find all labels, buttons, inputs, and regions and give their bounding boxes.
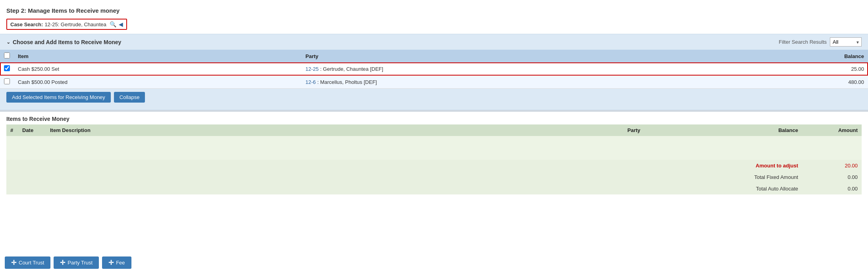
row-checkbox[interactable] <box>4 65 10 71</box>
col-amount-header: Amount <box>802 124 862 136</box>
case-search-label: Case Search: <box>10 21 43 27</box>
party-trust-label: Party Trust <box>68 260 93 266</box>
table-row: Cash $250.00 Set 12-25 : Gertrude, Chaun… <box>0 62 868 76</box>
fee-label: Fee <box>116 260 125 266</box>
total-fixed-label: Total Fixed Amount <box>6 171 802 183</box>
party-name: Marcellus, Pholtus [DEF] <box>320 79 377 85</box>
case-search-value: 12-25: Gertrude, Chauntea <box>44 21 106 27</box>
court-trust-label: Court Trust <box>19 260 44 266</box>
row-party: 12-25 : Gertrude, Chauntea [DEF] <box>301 62 729 76</box>
col-header-balance: Balance <box>729 50 868 62</box>
row-balance: 25.00 <box>729 62 868 76</box>
select-all-checkbox[interactable] <box>4 52 10 58</box>
row-checkbox-cell[interactable] <box>0 62 14 76</box>
col-balance-header: Balance <box>743 124 802 136</box>
row-checkbox[interactable] <box>4 78 10 84</box>
receive-section: Items to Receive Money # Date Item Descr… <box>0 112 868 194</box>
col-party-header: Party <box>623 124 743 136</box>
choose-header-left: ⌄ Choose and Add Items to Receive Money <box>6 39 121 45</box>
choose-add-section: ⌄ Choose and Add Items to Receive Money … <box>0 34 868 110</box>
fee-plus-icon: ✛ <box>108 259 114 266</box>
clear-icon[interactable]: ◀ <box>119 21 123 27</box>
total-fixed-value: 0.00 <box>802 171 862 183</box>
row-item-name: Cash $250.00 Set <box>14 62 301 76</box>
col-header-checkbox <box>0 50 14 62</box>
items-table: Item Party Balance Cash $250.00 Set 12-2… <box>0 50 868 89</box>
row-balance: 480.00 <box>729 76 868 89</box>
filter-select-wrapper: All Active Inactive <box>830 37 862 47</box>
step-title: Step 2: Manage Items to Receive money <box>0 4 868 16</box>
choose-header: ⌄ Choose and Add Items to Receive Money … <box>0 34 868 50</box>
party-case-link[interactable]: 12-6 <box>305 79 316 85</box>
row-checkbox-cell[interactable] <box>0 76 14 89</box>
filter-label: Filter Search Results <box>779 39 827 45</box>
col-date-header: Date <box>18 124 46 136</box>
row-item-name: Cash $500.00 Posted <box>14 76 301 89</box>
fee-button[interactable]: ✛ Fee <box>102 256 131 269</box>
col-description-header: Item Description <box>46 124 623 136</box>
search-icon[interactable]: 🔍 <box>110 21 116 27</box>
receive-title: Items to Receive Money <box>6 116 862 122</box>
amount-to-adjust-value: 20.00 <box>802 160 862 171</box>
receive-table-header: # Date Item Description Party Balance Am… <box>6 124 862 136</box>
summary-auto-row: Total Auto Allocate 0.00 <box>6 183 862 194</box>
party-trust-plus-icon: ✛ <box>60 259 65 266</box>
choose-section-title: Choose and Add Items to Receive Money <box>13 39 121 45</box>
collapse-button[interactable]: Collapse <box>114 92 145 103</box>
col-header-party: Party <box>301 50 729 62</box>
summary-fixed-row: Total Fixed Amount 0.00 <box>6 171 862 183</box>
action-buttons-row: Add Selected Items for Receiving Money C… <box>0 89 868 106</box>
party-name: Gertrude, Chauntea [DEF] <box>323 66 383 72</box>
summary-adjust-row: Amount to adjust 20.00 <box>6 160 862 171</box>
amount-to-adjust-label: Amount to adjust <box>6 160 802 171</box>
filter-area: Filter Search Results All Active Inactiv… <box>779 37 862 47</box>
case-search-bar: Case Search: 12-25: Gertrude, Chauntea 🔍… <box>6 19 127 30</box>
row-party: 12-6 : Marcellus, Pholtus [DEF] <box>301 76 729 89</box>
items-table-header-row: Item Party Balance <box>0 50 868 62</box>
court-trust-plus-icon: ✛ <box>11 259 16 266</box>
total-auto-label: Total Auto Allocate <box>6 183 802 194</box>
col-header-item: Item <box>14 50 301 62</box>
party-trust-button[interactable]: ✛ Party Trust <box>54 256 99 269</box>
total-auto-value: 0.00 <box>802 183 862 194</box>
chevron-down-icon[interactable]: ⌄ <box>6 39 10 45</box>
receive-empty-row <box>6 136 862 160</box>
court-trust-button[interactable]: ✛ Court Trust <box>5 256 50 269</box>
col-num-header: # <box>6 124 18 136</box>
party-case-link[interactable]: 12-25 <box>305 66 318 72</box>
table-row: Cash $500.00 Posted 12-6 : Marcellus, Ph… <box>0 76 868 89</box>
receive-table: # Date Item Description Party Balance Am… <box>6 124 862 194</box>
bottom-trust-bar: ✛ Court Trust ✛ Party Trust ✛ Fee <box>0 253 139 272</box>
filter-search-select[interactable]: All Active Inactive <box>830 37 862 47</box>
add-selected-items-button[interactable]: Add Selected Items for Receiving Money <box>6 92 111 103</box>
